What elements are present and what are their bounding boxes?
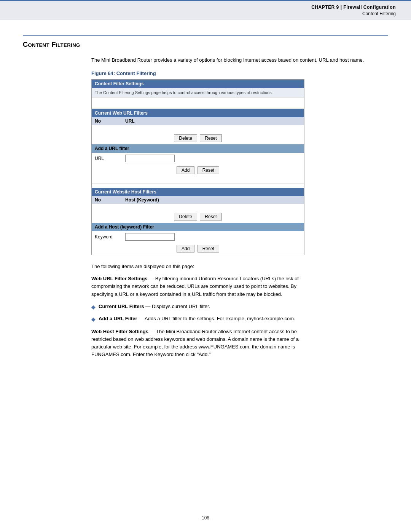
url-filters-table: No URL bbox=[92, 117, 304, 132]
url-table-col-url: URL bbox=[122, 117, 304, 125]
panel-spacer-1 bbox=[92, 97, 304, 109]
add-url-label: URL bbox=[95, 156, 125, 161]
web-host-filter-bold: Web Host Filter Settings bbox=[91, 329, 148, 334]
page-number: – 106 – bbox=[198, 515, 213, 521]
bullet-item-1: ◆ Current URL Filters — Displays current… bbox=[91, 303, 312, 311]
ui-panel: Content Filter Settings The Content Filt… bbox=[91, 79, 304, 255]
header-chapter-title: Firewall Configuration bbox=[343, 5, 396, 10]
web-url-filter-bold: Web URL Filter Settings bbox=[91, 276, 148, 281]
bullet1-text: — Displays current URL filter. bbox=[144, 304, 210, 309]
url-table-empty-row bbox=[92, 125, 304, 132]
url-button-row: Delete Reset bbox=[92, 132, 304, 144]
bullet1-bold: Current URL Filters bbox=[99, 304, 144, 309]
url-delete-button[interactable]: Delete bbox=[174, 134, 197, 142]
chapter-num: 9 bbox=[336, 5, 339, 10]
add-url-filter-row: URL bbox=[92, 153, 304, 164]
web-host-filter-para: Web Host Filter Settings — The Mini Broa… bbox=[91, 328, 312, 359]
figure-caption: Figure 64: Content Filtering bbox=[91, 70, 388, 76]
url-filters-header: Current Web URL Filters bbox=[92, 109, 304, 117]
main-content: Content Filtering The Mini Broadband Rou… bbox=[0, 20, 411, 379]
header-right: Chapter 9 | Firewall Configuration Conte… bbox=[311, 4, 396, 17]
url-reset-button[interactable]: Reset bbox=[200, 134, 221, 142]
host-table-empty-row bbox=[92, 204, 304, 211]
host-table-col-host: Host (Keyword) bbox=[122, 196, 304, 204]
intro-text: The Mini Broadband Router provides a var… bbox=[91, 56, 388, 64]
bullet-2-content: Add a URL Filter — Adds a URL filter to … bbox=[99, 315, 295, 323]
add-url-button-row: Add Reset bbox=[92, 164, 304, 176]
add-url-reset-button[interactable]: Reset bbox=[198, 166, 219, 174]
add-host-reset-button[interactable]: Reset bbox=[198, 245, 219, 252]
host-filters-header: Current Website Host Filters bbox=[92, 188, 304, 196]
add-host-add-button[interactable]: Add bbox=[177, 245, 194, 252]
bullet2-bold: Add a URL Filter bbox=[99, 316, 137, 321]
chapter-label: Chapter bbox=[311, 5, 335, 10]
content-filter-desc: The Content Filtering Settings page help… bbox=[92, 88, 304, 97]
header-separator: | bbox=[341, 5, 342, 10]
add-host-input[interactable] bbox=[125, 233, 175, 241]
add-url-input[interactable] bbox=[125, 155, 175, 162]
header-sub-title: Content Filtering bbox=[311, 11, 396, 17]
host-filters-table: No Host (Keyword) bbox=[92, 196, 304, 211]
section-title-bar: Content Filtering bbox=[23, 35, 388, 49]
page-header: Chapter 9 | Firewall Configuration Conte… bbox=[0, 0, 411, 20]
bullet-diamond-2: ◆ bbox=[91, 315, 96, 323]
header-chapter: Chapter 9 | Firewall Configuration bbox=[311, 4, 396, 11]
add-host-button-row: Add Reset bbox=[92, 243, 304, 255]
bullet-diamond-1: ◆ bbox=[91, 303, 96, 311]
add-host-header: Add a Host (keyword) Filter bbox=[92, 223, 304, 231]
host-delete-button[interactable]: Delete bbox=[174, 213, 197, 220]
add-host-label: Keyword bbox=[95, 234, 125, 240]
add-url-header: Add a URL filter bbox=[92, 144, 304, 153]
panel-divider-1 bbox=[92, 176, 304, 184]
body-text: The following items are displayed on thi… bbox=[91, 263, 312, 358]
add-host-filter-row: Keyword bbox=[92, 231, 304, 243]
following-items-text: The following items are displayed on thi… bbox=[91, 263, 312, 270]
host-button-row: Delete Reset bbox=[92, 211, 304, 223]
host-table-col-no: No bbox=[92, 196, 122, 204]
bullet2-text: — Adds a URL filter to the settings. For… bbox=[137, 316, 295, 321]
bullet-list: ◆ Current URL Filters — Displays current… bbox=[91, 303, 312, 323]
add-url-add-button[interactable]: Add bbox=[177, 166, 194, 174]
panel-spacer-2 bbox=[92, 184, 304, 188]
page-footer: – 106 – bbox=[0, 515, 411, 521]
web-url-filter-para: Web URL Filter Settings — By filtering i… bbox=[91, 275, 312, 298]
content-filter-header: Content Filter Settings bbox=[92, 80, 304, 88]
bullet-item-2: ◆ Add a URL Filter — Adds a URL filter t… bbox=[91, 315, 312, 323]
url-table-col-no: No bbox=[92, 117, 122, 125]
bullet-1-content: Current URL Filters — Displays current U… bbox=[99, 303, 210, 310]
section-title: Content Filtering bbox=[23, 41, 388, 49]
host-reset-button[interactable]: Reset bbox=[200, 213, 221, 220]
